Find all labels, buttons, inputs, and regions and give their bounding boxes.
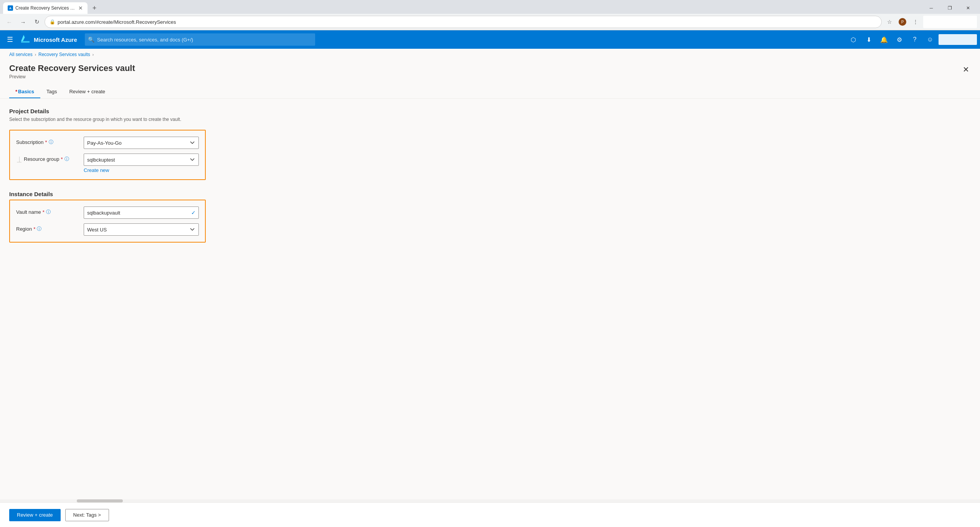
tab-review-create[interactable]: Review + create: [63, 86, 111, 98]
directory-button[interactable]: ⬇: [862, 33, 876, 46]
star-button[interactable]: ☆: [883, 16, 896, 28]
extensions-button[interactable]: ⋮: [909, 16, 922, 28]
region-control: West US East US West Europe: [84, 223, 199, 236]
region-required-star: *: [33, 226, 35, 232]
review-create-button[interactable]: Review + create: [9, 509, 61, 521]
rg-horizontal-line: [17, 162, 21, 162]
tab-title: Create Recovery Services vault -: [15, 5, 76, 11]
subscription-required-star: *: [45, 139, 47, 145]
form-content: Project Details Select the subscription …: [0, 99, 980, 252]
window-minimize-button[interactable]: ─: [922, 2, 940, 14]
breadcrumb-sep1: ›: [35, 53, 36, 57]
notifications-button[interactable]: 🔔: [877, 33, 891, 46]
profile-toolbar-button[interactable]: P: [896, 16, 909, 28]
close-page-button[interactable]: ✕: [961, 63, 971, 76]
breadcrumb: All services › Recovery Services vaults …: [0, 49, 980, 60]
page-header: Create Recovery Services vault Preview ✕: [0, 60, 980, 79]
resource-group-label: Resource group * ⓘ: [24, 156, 69, 162]
window-restore-button[interactable]: ❐: [941, 2, 959, 14]
browser-tab-active[interactable]: A Create Recovery Services vault - ✕: [3, 2, 88, 14]
azure-page: All services › Recovery Services vaults …: [0, 49, 980, 527]
tab-favicon: A: [8, 5, 13, 11]
vault-name-required-star: *: [43, 209, 45, 215]
resource-group-select[interactable]: sqlbckuptest: [84, 154, 199, 166]
region-info-icon[interactable]: ⓘ: [37, 226, 41, 232]
tabs-container: *Basics Tags Review + create: [0, 79, 980, 99]
right-input-area[interactable]: [923, 16, 977, 28]
window-close-button[interactable]: ✕: [959, 2, 977, 14]
back-button[interactable]: ←: [3, 16, 15, 28]
resource-group-row: Resource group * ⓘ sqlbckuptest Create n…: [16, 154, 199, 173]
azure-logo: Microsoft Azure: [20, 34, 77, 45]
browser-tab-bar: A Create Recovery Services vault - ✕ + ─…: [0, 0, 980, 14]
resource-group-control: sqlbckuptest Create new: [84, 154, 199, 173]
tab-tags[interactable]: Tags: [40, 86, 63, 98]
next-tags-button[interactable]: Next: Tags >: [65, 509, 109, 521]
tab-basics[interactable]: *Basics: [9, 86, 40, 98]
help-button[interactable]: ?: [908, 33, 922, 46]
toolbar-actions: ☆ P ⋮: [883, 16, 922, 28]
bottom-scrollbar[interactable]: [0, 499, 980, 502]
refresh-button[interactable]: ↻: [31, 16, 43, 28]
vault-name-control: ✓: [84, 207, 199, 219]
subscription-select[interactable]: Pay-As-You-Go: [84, 137, 199, 149]
azure-logo-text: Microsoft Azure: [34, 36, 77, 43]
subscription-info-icon[interactable]: ⓘ: [49, 139, 53, 145]
lock-icon: 🔒: [50, 19, 55, 25]
azure-logo-icon: [20, 34, 31, 45]
breadcrumb-all-services[interactable]: All services: [9, 52, 33, 57]
project-details-section: Subscription * ⓘ Pay-As-You-Go: [9, 130, 206, 180]
tab-review-label: Review + create: [69, 89, 105, 94]
project-details-desc: Select the subscription and the resource…: [9, 117, 971, 122]
instance-details-title: Instance Details: [9, 191, 971, 197]
rg-vertical-line: [19, 157, 20, 162]
create-new-link[interactable]: Create new: [84, 167, 109, 173]
breadcrumb-recovery-vaults[interactable]: Recovery Services vaults: [38, 52, 90, 57]
azure-search-input[interactable]: [85, 33, 315, 46]
breadcrumb-sep2: ›: [93, 53, 94, 57]
hamburger-menu-button[interactable]: ☰: [3, 33, 17, 46]
feedback-button[interactable]: ☺: [923, 33, 937, 46]
vault-name-input-wrapper: ✓: [84, 207, 199, 219]
region-row: Region * ⓘ West US East US West Europe: [16, 223, 199, 236]
bottom-scrollbar-thumb[interactable]: [77, 499, 123, 502]
forward-button[interactable]: →: [17, 16, 29, 28]
tab-tags-label: Tags: [46, 89, 57, 94]
browser-chrome: A Create Recovery Services vault - ✕ + ─…: [0, 0, 980, 30]
preview-label: Preview: [9, 74, 135, 79]
bottom-action-bar: Review + create Next: Tags >: [0, 502, 980, 527]
vault-name-check-icon: ✓: [191, 210, 196, 216]
settings-button[interactable]: ⚙: [892, 33, 906, 46]
instance-details-highlighted: Vault name * ⓘ ✓ Region: [9, 200, 206, 243]
azure-nav-icons: ⬡ ⬇ 🔔 ⚙ ? ☺: [846, 33, 977, 46]
tab-close-icon[interactable]: ✕: [78, 5, 83, 11]
vault-name-info-icon[interactable]: ⓘ: [46, 209, 51, 215]
browser-toolbar: ← → ↻ 🔒 portal.azure.com/#create/Microso…: [0, 14, 980, 30]
region-select[interactable]: West US East US West Europe: [84, 223, 199, 236]
project-details-title: Project Details: [9, 108, 971, 114]
new-tab-button[interactable]: +: [89, 3, 100, 13]
azure-top-nav: ☰ Microsoft Azure 🔍 ⬡ ⬇ 🔔 ⚙ ? ☺: [0, 30, 980, 49]
window-controls: ─ ❐ ✕: [922, 2, 977, 14]
url-text: portal.azure.com/#create/Microsoft.Recov…: [58, 19, 877, 25]
rg-info-icon[interactable]: ⓘ: [64, 156, 69, 162]
subscription-row: Subscription * ⓘ Pay-As-You-Go: [16, 137, 199, 149]
azure-search-wrapper[interactable]: 🔍: [85, 33, 315, 46]
azure-search-icon: 🔍: [88, 36, 94, 43]
vault-name-label: Vault name * ⓘ: [16, 207, 78, 215]
region-label: Region * ⓘ: [16, 223, 78, 232]
cloud-shell-button[interactable]: ⬡: [846, 33, 860, 46]
vault-name-input[interactable]: [84, 207, 199, 219]
subscription-control: Pay-As-You-Go: [84, 137, 199, 149]
subscription-label: Subscription * ⓘ: [16, 137, 78, 145]
tab-basics-star: *: [15, 89, 17, 94]
instance-details-section: Instance Details Vault name * ⓘ ✓: [9, 191, 971, 243]
right-nav-area[interactable]: [939, 34, 977, 45]
vault-name-row: Vault name * ⓘ ✓: [16, 207, 199, 219]
rg-indent-line-area: [16, 156, 22, 162]
page-header-left: Create Recovery Services vault Preview: [9, 63, 135, 79]
tab-basics-label: Basics: [18, 89, 34, 94]
profile-icon: P: [899, 18, 906, 26]
address-bar[interactable]: 🔒 portal.azure.com/#create/Microsoft.Rec…: [45, 16, 882, 28]
rg-required-star: *: [61, 156, 63, 162]
